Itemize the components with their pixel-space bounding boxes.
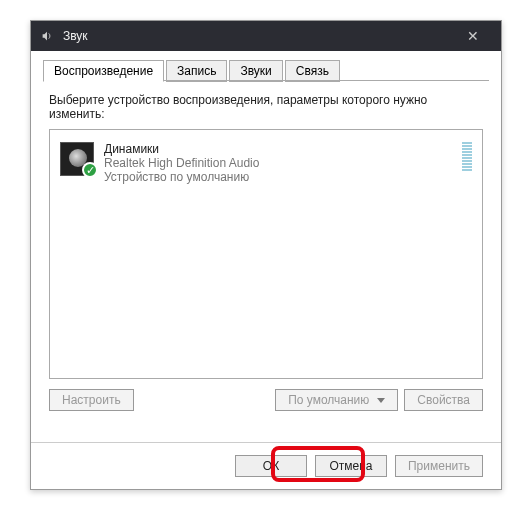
window-title: Звук	[63, 29, 453, 43]
ok-button[interactable]: ОК	[235, 455, 307, 477]
volume-meter	[462, 142, 472, 171]
tabstrip: Воспроизведение Запись Звуки Связь	[31, 51, 501, 81]
device-list[interactable]: ✓ Динамики Realtek High Definition Audio…	[49, 129, 483, 379]
dialog-footer: ОК Отмена Применить	[31, 442, 501, 489]
sound-icon	[39, 28, 55, 44]
properties-button[interactable]: Свойства	[404, 389, 483, 411]
instruction-text: Выберите устройство воспроизведения, пар…	[49, 93, 483, 121]
tab-sounds[interactable]: Звуки	[229, 60, 282, 82]
close-button[interactable]: ✕	[453, 28, 493, 44]
configure-button[interactable]: Настроить	[49, 389, 134, 411]
device-item[interactable]: ✓ Динамики Realtek High Definition Audio…	[58, 138, 474, 188]
check-icon: ✓	[82, 162, 98, 178]
tab-recording[interactable]: Запись	[166, 60, 227, 82]
sound-window: Звук ✕ Воспроизведение Запись Звуки Связ…	[30, 20, 502, 490]
device-name: Динамики	[104, 142, 452, 156]
tab-communications[interactable]: Связь	[285, 60, 340, 82]
device-status: Устройство по умолчанию	[104, 170, 452, 184]
titlebar: Звук ✕	[31, 21, 501, 51]
device-labels: Динамики Realtek High Definition Audio У…	[104, 142, 452, 184]
device-action-row: Настроить По умолчанию Свойства	[49, 389, 483, 411]
tab-playback[interactable]: Воспроизведение	[43, 60, 164, 82]
device-subtitle: Realtek High Definition Audio	[104, 156, 452, 170]
apply-button[interactable]: Применить	[395, 455, 483, 477]
set-default-button[interactable]: По умолчанию	[275, 389, 398, 411]
tab-page-playback: Выберите устройство воспроизведения, пар…	[31, 81, 501, 442]
cancel-button[interactable]: Отмена	[315, 455, 387, 477]
